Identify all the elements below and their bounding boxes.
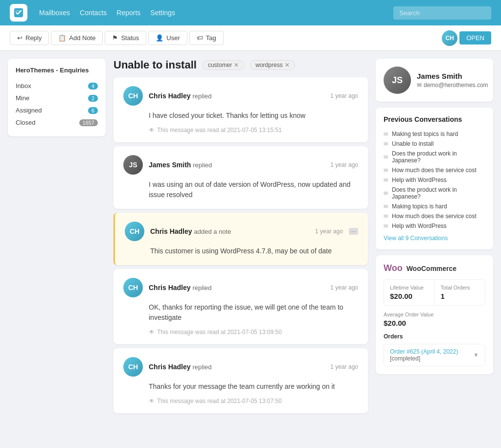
msg1-body: I have closed your ticket. Thanks for le… <box>149 111 358 121</box>
tag-button[interactable]: 🏷 Tag <box>189 31 224 45</box>
prev-conv-4[interactable]: ✉ Help with WordPress <box>384 175 485 185</box>
msg1-time: 1 year ago <box>330 92 358 99</box>
eye-icon: 👁 <box>149 127 155 134</box>
msg1-action: replied <box>192 92 211 100</box>
msg3-author: Chris Hadley <box>150 227 192 235</box>
nav-contacts[interactable]: Contacts <box>80 9 107 17</box>
contact-card: JS James Smith ✉ demo@herothemes.com <box>376 59 493 102</box>
msg2-meta: James Smith replied <box>149 161 324 169</box>
contact-email: ✉ demo@herothemes.com <box>417 82 488 89</box>
tag-icon: 🏷 <box>197 34 203 42</box>
message-2: JS James Smith replied 1 year ago I was … <box>114 146 368 209</box>
avg-order-section: Average Order Value $20.00 <box>384 312 485 327</box>
msg2-action: replied <box>193 161 212 169</box>
message-5: CH Chris Hadley replied 1 year ago Thank… <box>114 348 368 413</box>
order-item-625: Order #625 (April 4, 2022) [completed] ▼ <box>384 344 485 366</box>
sidebar-item-mine[interactable]: Mine 2 <box>16 92 98 104</box>
view-all-conversations[interactable]: View all 9 Conversations <box>384 235 485 242</box>
mail-icon-1: ✉ <box>384 141 388 147</box>
mine-badge: 2 <box>88 95 98 102</box>
tag-customer[interactable]: customer ✕ <box>203 60 244 70</box>
sidebar-item-assigned[interactable]: Assigned 6 <box>16 104 98 116</box>
msg5-time: 1 year ago <box>330 363 358 370</box>
msg1-header: CH Chris Hadley replied 1 year ago <box>123 86 358 106</box>
note-icon: 📋 <box>58 34 66 42</box>
msg2-author: James Smith <box>149 161 191 169</box>
status-button[interactable]: ⚑ Status <box>105 31 146 45</box>
message-4: CH Chris Hadley replied 1 year ago OK, t… <box>114 269 368 344</box>
inbox-badge: 4 <box>88 83 98 90</box>
eye-icon-5: 👁 <box>149 398 155 404</box>
app-logo <box>10 4 27 22</box>
nav-settings[interactable]: Settings <box>150 9 175 17</box>
msg4-meta: Chris Hadley replied <box>149 284 324 291</box>
total-orders-stat: Total Orders 1 <box>435 280 485 305</box>
mail-icon-0: ✉ <box>384 131 388 137</box>
msg3-avatar: CH <box>125 222 144 241</box>
email-icon: ✉ <box>417 82 422 89</box>
prev-conv-6[interactable]: ✉ Making topics is hard <box>384 202 485 211</box>
prev-conv-3[interactable]: ✉ How much does the service cost <box>384 165 485 175</box>
prev-conv-2[interactable]: ✉ Does the product work in Japanese? <box>384 149 485 165</box>
message-1: CH Chris Hadley replied 1 year ago I hav… <box>114 77 368 142</box>
nav-reports[interactable]: Reports <box>116 9 140 17</box>
total-orders-value: 1 <box>441 292 479 300</box>
closed-badge: 1657 <box>79 119 98 126</box>
msg2-body: I was using an out of date version of Wo… <box>149 179 358 200</box>
lifetime-value-stat: Lifetime Value $20.00 <box>384 280 435 305</box>
woocommerce-card: Woo WooCommerce Lifetime Value $20.00 To… <box>376 255 493 374</box>
nav-links: Mailboxes Contacts Reports Settings <box>39 9 382 17</box>
msg5-body: Thanks for your message the team current… <box>149 381 358 392</box>
contact-info: James Smith ✉ demo@herothemes.com <box>417 72 488 89</box>
user-button[interactable]: 👤 User <box>148 31 187 45</box>
assigned-badge: 6 <box>88 107 98 114</box>
msg2-time: 1 year ago <box>330 161 358 168</box>
mail-icon-6: ✉ <box>384 203 388 210</box>
contact-avatar: JS <box>384 67 411 94</box>
msg1-meta: Chris Hadley replied <box>149 92 324 100</box>
remove-wordpress-tag[interactable]: ✕ <box>285 62 290 68</box>
orders-label: Orders <box>384 333 485 340</box>
conversation-title: Unable to install <box>114 59 197 71</box>
msg3-time: 1 year ago <box>315 228 343 235</box>
contact-name: James Smith <box>417 72 488 80</box>
msg5-action: replied <box>192 363 211 371</box>
msg4-header: CH Chris Hadley replied 1 year ago <box>123 278 358 297</box>
woo-header: Woo WooCommerce <box>384 263 485 273</box>
prev-conv-7[interactable]: ✉ How much does the service cost <box>384 211 485 221</box>
message-3-note: CH Chris Hadley added a note 1 year ago … <box>114 213 368 265</box>
prev-conv-5[interactable]: ✉ Does the product work in Japanese? <box>384 185 485 202</box>
right-panel: JS James Smith ✉ demo@herothemes.com Pre… <box>376 59 493 440</box>
mail-icon-3: ✉ <box>384 167 388 174</box>
msg4-avatar: CH <box>123 278 143 297</box>
user-icon: 👤 <box>156 34 163 42</box>
msg1-read: 👁 This message was read at 2021-07-05 13… <box>149 127 358 134</box>
msg3-body: This customer is using WordPress 4.7.8, … <box>150 246 358 256</box>
prev-conv-0[interactable]: ✉ Making test topics is hard <box>384 129 485 139</box>
sidebar-item-inbox[interactable]: Inbox 4 <box>16 80 98 92</box>
prev-conv-1[interactable]: ✉ Unable to install <box>384 139 485 149</box>
reply-button[interactable]: ↩ Reply <box>10 31 49 45</box>
remove-customer-tag[interactable]: ✕ <box>234 62 239 68</box>
sidebar-title: HeroThemes - Enquiries <box>16 67 98 74</box>
tag-wordpress[interactable]: wordpress ✕ <box>250 60 295 70</box>
msg4-read: 👁 This message was read at 2021-07-05 13… <box>149 329 358 336</box>
prev-conv-8[interactable]: ✉ Help with WordPress <box>384 221 485 231</box>
prev-conv-title: Previous Conversations <box>384 115 485 123</box>
msg1-author: Chris Hadley <box>149 92 191 100</box>
order-link[interactable]: Order #625 (April 4, 2022) <box>390 348 458 355</box>
woo-stats: Lifetime Value $20.00 Total Orders 1 <box>384 279 485 306</box>
eye-icon-4: 👁 <box>149 329 155 336</box>
search-input[interactable] <box>393 6 491 20</box>
note-menu-button[interactable]: ··· <box>349 228 358 235</box>
sidebar-item-closed[interactable]: Closed 1657 <box>16 116 98 129</box>
order-chevron-icon[interactable]: ▼ <box>473 352 479 358</box>
user-avatar: CH <box>442 30 457 46</box>
open-status-button[interactable]: OPEN <box>459 31 491 45</box>
add-note-button[interactable]: 📋 Add Note <box>51 31 103 45</box>
msg5-header: CH Chris Hadley replied 1 year ago <box>123 357 358 377</box>
msg4-body: OK, thanks for reporting the issue, we w… <box>149 302 358 323</box>
nav-mailboxes[interactable]: Mailboxes <box>39 9 70 17</box>
mail-icon-8: ✉ <box>384 223 388 229</box>
woo-title: WooCommerce <box>407 265 456 272</box>
